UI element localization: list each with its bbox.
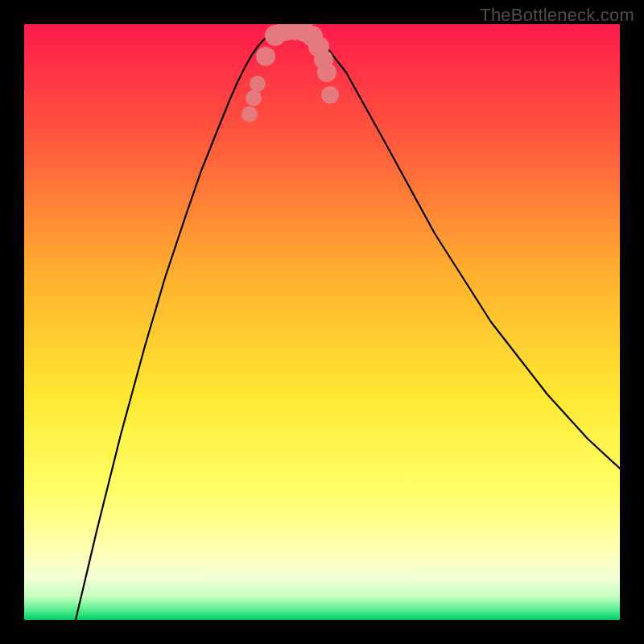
data-point [321,86,339,104]
watermark-text: TheBottleneck.com [480,5,634,26]
data-point [256,47,275,66]
data-markers [242,24,339,122]
outer-frame: TheBottleneck.com [0,0,644,644]
data-point [242,106,258,122]
curve-path [76,30,620,620]
plot-area [24,24,620,620]
data-point [246,90,262,106]
data-point [250,76,266,92]
chart-svg [24,24,620,620]
data-point [317,63,336,82]
bottleneck-curve [76,30,620,620]
